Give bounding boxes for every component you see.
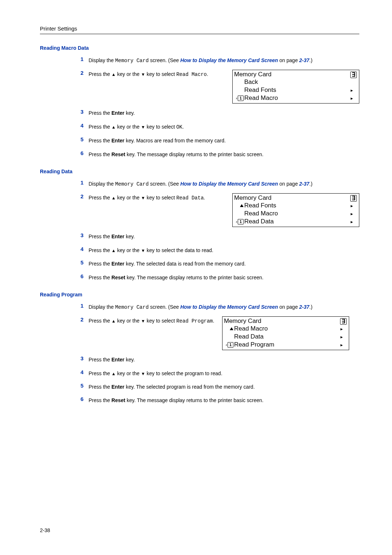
step-text: Press the Enter key. The selected data i… bbox=[89, 259, 359, 268]
lcd-item-label: Read Fonts bbox=[244, 202, 348, 209]
step-row: 5Press the Enter key. The selected data … bbox=[73, 259, 359, 268]
step-row: 3Press the Enter key. bbox=[73, 355, 359, 364]
step-row: 2Press the ▲ key or the ▼ key to select … bbox=[73, 70, 359, 104]
lcd-menu-item: Back bbox=[233, 78, 355, 86]
lcd-item-indicator: z1 bbox=[233, 96, 244, 101]
step-text: Press the ▲ key or the ▼ key to select R… bbox=[89, 70, 226, 78]
section-heading: Reading Macro Data bbox=[40, 45, 359, 51]
header-divider bbox=[40, 34, 359, 34]
step-row: 5Press the Enter key. The selected progr… bbox=[73, 382, 359, 391]
lcd-corner-icon: ∃ bbox=[340, 318, 347, 325]
lcd-item-label: Read Program bbox=[234, 341, 338, 348]
lcd-title: Memory Card bbox=[234, 194, 271, 202]
step-row: 1Display the Memory Card screen. (See Ho… bbox=[73, 179, 359, 188]
step-row: 1Display the Memory Card screen. (See Ho… bbox=[73, 56, 359, 65]
cross-reference-link[interactable]: How to Display the Memory Card Screen bbox=[180, 304, 278, 310]
step-list: 1Display the Memory Card screen. (See Ho… bbox=[73, 179, 359, 281]
key-name: Enter bbox=[111, 110, 124, 116]
page-reference-link[interactable]: 2-37 bbox=[299, 304, 309, 310]
lcd-item-label: Read Fonts bbox=[244, 86, 348, 94]
cross-reference-link[interactable]: How to Display the Memory Card Screen bbox=[180, 57, 278, 63]
step-text: Press the ▲ key or the ▼ key to select R… bbox=[89, 316, 216, 325]
step-row: 2Press the ▲ key or the ▼ key to select … bbox=[73, 193, 359, 227]
lcd-item-label: Back bbox=[244, 78, 348, 86]
step-text: Display the Memory Card screen. (See How… bbox=[89, 179, 359, 188]
step-row: 5Press the Enter key. Macros are read fr… bbox=[73, 136, 359, 145]
step-row: 4Press the ▲ key or the ▼ key to select … bbox=[73, 246, 359, 254]
lcd-item-indicator bbox=[233, 204, 244, 207]
step-list: 1Display the Memory Card screen. (See Ho… bbox=[73, 303, 359, 405]
step-row: 3Press the Enter key. bbox=[73, 232, 359, 240]
down-triangle-icon: ▼ bbox=[141, 124, 145, 131]
step-text: Press the Enter key. bbox=[89, 355, 359, 364]
step-number: 4 bbox=[73, 369, 89, 375]
step-number: 2 bbox=[73, 193, 89, 199]
down-triangle-icon: ▼ bbox=[141, 195, 145, 202]
section-heading: Reading Program bbox=[40, 292, 359, 297]
cross-reference-link[interactable]: How to Display the Memory Card Screen bbox=[180, 181, 278, 187]
key-name: Reset bbox=[111, 397, 125, 403]
key-name: Reset bbox=[111, 275, 125, 280]
mono-text: Read Data bbox=[176, 195, 204, 201]
scroll-up-icon bbox=[240, 204, 244, 207]
step-number: 4 bbox=[73, 122, 89, 129]
step-row: 4Press the ▲ key or the ▼ key to select … bbox=[73, 369, 359, 377]
lcd-item-indicator: z1 bbox=[233, 219, 244, 224]
selection-marker-z: z bbox=[236, 220, 237, 223]
lcd-menu-item: Read Macro▸ bbox=[222, 325, 345, 333]
mono-text: Memory Card bbox=[115, 181, 148, 187]
step-number: 6 bbox=[73, 273, 89, 279]
step-number: 3 bbox=[73, 109, 89, 115]
step-text: Press the Reset key. The message display… bbox=[89, 150, 359, 158]
selection-marker-z: z bbox=[226, 343, 227, 347]
step-row: 6Press the Reset key. The message displa… bbox=[73, 150, 359, 158]
lcd-corner-icon: ∃ bbox=[350, 72, 357, 78]
step-text: Press the ▲ key or the ▼ key to select O… bbox=[89, 122, 359, 131]
step-text: Press the ▲ key or the ▼ key to select R… bbox=[89, 193, 226, 202]
mono-text: Memory Card bbox=[115, 58, 148, 64]
lcd-menu-item: Read Data▸ bbox=[222, 333, 345, 341]
lcd-item-label: Read Data bbox=[244, 218, 348, 225]
scroll-up-icon bbox=[230, 327, 233, 330]
step-number: 1 bbox=[73, 56, 89, 62]
submenu-arrow-icon: ▸ bbox=[348, 96, 355, 101]
lcd-display: Memory Card∃BackRead Fonts▸z1Read Macro▸ bbox=[232, 70, 359, 104]
selection-marker-box: 1 bbox=[238, 219, 244, 224]
step-text: Press the ▲ key or the ▼ key to select t… bbox=[89, 246, 359, 254]
step-row: 6Press the Reset key. The message displa… bbox=[73, 273, 359, 281]
step-text: Press the Enter key. bbox=[89, 232, 359, 240]
lcd-item-label: Read Data bbox=[234, 333, 338, 340]
lcd-display-wrap: Memory Card∃Read Macro▸Read Data▸z1Read … bbox=[222, 316, 349, 350]
up-triangle-icon: ▲ bbox=[111, 318, 116, 325]
lcd-display: Memory Card∃Read Fonts▸Read Macro▸z1Read… bbox=[232, 193, 359, 227]
lcd-menu-item: z1Read Program▸ bbox=[222, 341, 345, 349]
lcd-display-wrap: Memory Card∃Read Fonts▸Read Macro▸z1Read… bbox=[232, 193, 359, 227]
step-text: Press the Enter key. Macros are read fro… bbox=[89, 136, 359, 145]
step-row: 4Press the ▲ key or the ▼ key to select … bbox=[73, 122, 359, 131]
selection-marker-box: 1 bbox=[228, 342, 233, 348]
lcd-item-label: Read Macro bbox=[234, 325, 338, 332]
page-header-title: Printer Settings bbox=[40, 25, 359, 32]
up-triangle-icon: ▲ bbox=[111, 124, 116, 131]
down-triangle-icon: ▼ bbox=[141, 318, 145, 325]
step-row: 1Display the Memory Card screen. (See Ho… bbox=[73, 303, 359, 311]
mono-text: OK bbox=[176, 124, 183, 130]
step-text: Press the Reset key. The message display… bbox=[89, 273, 359, 281]
lcd-item-indicator bbox=[222, 327, 234, 330]
lcd-menu-item: Read Fonts▸ bbox=[233, 86, 355, 94]
step-number: 1 bbox=[73, 303, 89, 309]
page-reference-link[interactable]: 2-37 bbox=[299, 181, 309, 187]
page-reference-link[interactable]: 2-37 bbox=[299, 57, 309, 63]
step-text: Display the Memory Card screen. (See How… bbox=[89, 56, 359, 65]
step-list: 1Display the Memory Card screen. (See Ho… bbox=[73, 56, 359, 158]
mono-text: Memory Card bbox=[115, 304, 148, 310]
up-triangle-icon: ▲ bbox=[111, 195, 116, 202]
submenu-arrow-icon: ▸ bbox=[348, 211, 355, 216]
lcd-menu-item: Read Macro▸ bbox=[233, 210, 355, 218]
up-triangle-icon: ▲ bbox=[111, 247, 116, 254]
up-triangle-icon: ▲ bbox=[111, 71, 116, 78]
lcd-menu-item: z1Read Data▸ bbox=[233, 218, 355, 226]
submenu-arrow-icon: ▸ bbox=[348, 88, 355, 93]
step-row: 6Press the Reset key. The message displa… bbox=[73, 396, 359, 404]
lcd-item-label: Read Macro bbox=[244, 94, 348, 102]
